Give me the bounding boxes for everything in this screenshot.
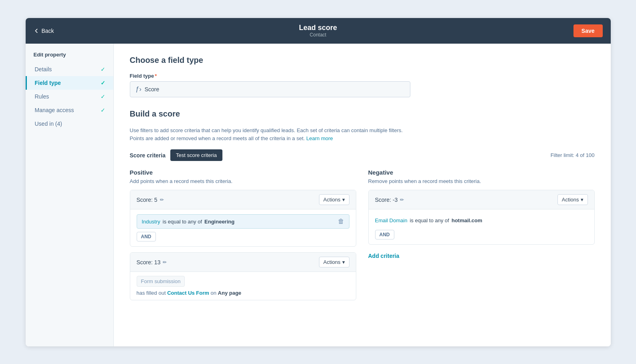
required-indicator: * [155,73,157,79]
build-score-section: Build a score Use filters to add score c… [130,109,595,306]
filter-operator-1: is equal to any of [163,219,202,225]
sidebar-item-rules-label: Rules [35,93,49,100]
neg-edit-pencil-1[interactable]: ✏ [400,197,404,203]
sidebar-item-details[interactable]: Details ✓ [26,62,113,76]
filter-value-1: Engineering [204,219,234,225]
field-type-label: Field type* [130,73,595,79]
field-type-section: Choose a field type Field type* ƒ› Score [130,56,595,97]
score-card-1: Score: 5 ✏ Actions ▾ Industry [130,190,356,247]
filter-limit: Filter limit: 4 of 100 [551,152,595,158]
positive-col: Positive Add points when a record meets … [130,169,356,306]
sidebar-item-field-type-label: Field type [35,80,61,86]
actions-btn-2[interactable]: Actions ▾ [319,257,349,267]
score-tabs-left: Score criteria Test score criteria [130,149,222,161]
add-criteria-link[interactable]: Add criteria [368,253,400,259]
app-header: Back Lead score Contact Save [26,18,611,44]
header-center: Lead score Contact [299,24,337,38]
field-type-value: Score [145,86,160,93]
chevron-down-icon-2: ▾ [342,259,345,265]
score-card-2-body: Form submission has filled out Contact U… [130,272,356,300]
actions-btn-1[interactable]: Actions ▾ [319,194,349,205]
score-card-1-body: Industry is equal to any of Engineering … [130,209,356,246]
edit-pencil-1[interactable]: ✏ [160,197,164,203]
sidebar-section-title: Edit property [26,52,113,62]
sidebar-item-used-in[interactable]: Used in (4) [26,117,113,131]
score-card-2-header: Score: 13 ✏ Actions ▾ [130,253,356,272]
edit-pencil-2[interactable]: ✏ [163,259,167,265]
sidebar-item-manage-access-label: Manage access [35,107,74,113]
delete-filter-1[interactable]: 🗑 [338,218,344,225]
criteria-columns: Positive Add points when a record meets … [130,169,595,306]
neg-chevron-down-icon-1: ▾ [581,197,584,203]
sidebar-item-field-type[interactable]: Field type ✓ [26,76,113,90]
check-icon-manage-access: ✓ [101,107,105,113]
score-criteria-label: Score criteria [130,152,166,159]
field-type-input[interactable]: ƒ› Score [130,81,410,97]
form-submission-tag: Form submission [137,276,185,287]
neg-actions-btn-1[interactable]: Actions ▾ [557,194,588,205]
neg-filter-prop-1: Email Domain [375,217,408,223]
back-button[interactable]: Back [34,28,54,34]
test-score-criteria-button[interactable]: Test score criteria [170,149,222,161]
filter-prop-1: Industry [142,219,160,225]
page-title: Lead score [299,24,337,32]
body-layout: Edit property Details ✓ Field type ✓ Rul… [26,44,611,346]
and-btn-1[interactable]: AND [137,232,156,241]
back-label: Back [42,28,54,34]
has-filled-text: has filled out Contact Us Form on Any pa… [137,290,349,296]
save-button[interactable]: Save [573,24,603,37]
choose-field-type-heading: Choose a field type [130,56,595,65]
check-icon-details: ✓ [101,66,105,72]
sidebar-item-used-in-label: Used in (4) [35,121,62,127]
positive-desc: Add points when a record meets this crit… [130,178,356,184]
neg-score-card-1: Score: -3 ✏ Actions ▾ Email Do [368,190,595,245]
build-score-heading: Build a score [130,109,595,119]
neg-score-card-1-header: Score: -3 ✏ Actions ▾ [369,190,594,209]
negative-desc: Remove points when a record meets this c… [368,178,595,184]
neg-and-btn-1[interactable]: AND [375,230,394,239]
main-content: Choose a field type Field type* ƒ› Score… [114,44,611,346]
score-description: Use filters to add score criteria that c… [130,127,410,143]
check-icon-field-type: ✓ [101,80,105,86]
score-card-1-header: Score: 5 ✏ Actions ▾ [130,190,356,209]
score-icon: ƒ› [136,86,141,93]
score-value-2: Score: 13 ✏ [137,259,167,265]
any-page-bold: Any page [218,290,242,296]
contact-us-form-link[interactable]: Contact Us Form [167,290,209,296]
negative-col: Negative Remove points when a record mee… [368,169,595,306]
neg-score-value-1: Score: -3 ✏ [375,197,404,203]
check-icon-rules: ✓ [101,93,105,100]
negative-title: Negative [368,169,595,176]
learn-more-link[interactable]: Learn more [306,135,333,141]
neg-filter-value-1: hotmail.com [452,217,483,223]
score-card-2: Score: 13 ✏ Actions ▾ Form submission [130,252,356,300]
score-value-1: Score: 5 ✏ [137,197,164,203]
filter-row-1: Industry is equal to any of Engineering … [137,214,349,229]
neg-score-card-1-body: Email Domain is equal to any of hotmail.… [369,209,594,244]
sidebar-item-manage-access[interactable]: Manage access ✓ [26,103,113,117]
sidebar-item-details-label: Details [35,66,52,72]
page-subtitle: Contact [299,32,337,38]
sidebar-item-rules[interactable]: Rules ✓ [26,90,113,103]
score-tabs-row: Score criteria Test score criteria Filte… [130,149,595,161]
sidebar: Edit property Details ✓ Field type ✓ Rul… [26,44,114,346]
neg-filter-row-1: Email Domain is equal to any of hotmail.… [375,214,588,227]
neg-filter-operator-1: is equal to any of [410,217,449,223]
positive-title: Positive [130,169,356,176]
chevron-down-icon-1: ▾ [342,197,345,203]
